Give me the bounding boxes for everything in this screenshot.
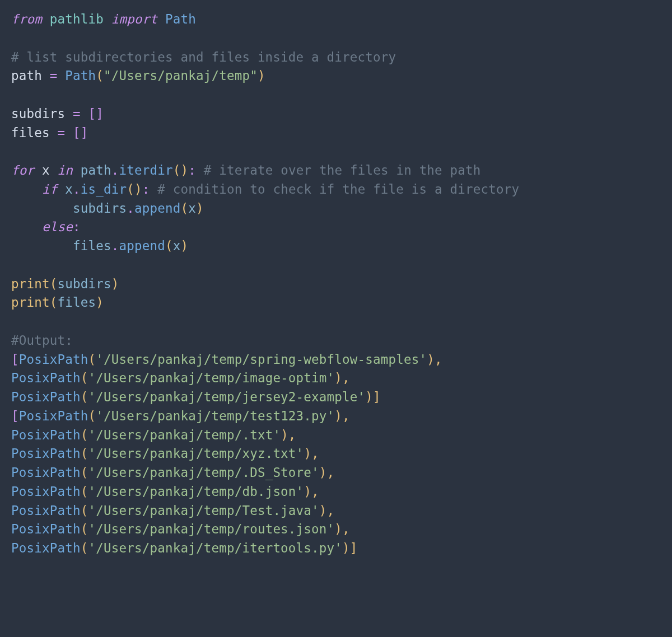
sep: ), [427, 352, 450, 367]
var-path-ref: path [81, 163, 111, 177]
posixpath: PosixPath [11, 446, 81, 461]
bracket-open: [ [11, 352, 19, 367]
paren-close: ) [96, 295, 104, 310]
var-path: path [11, 68, 42, 83]
dot: . [111, 238, 119, 253]
paren-open: ( [50, 277, 58, 291]
sep: ), [304, 446, 326, 461]
posixpath: PosixPath [11, 371, 81, 385]
fn-is-dir: is_dir [81, 182, 127, 196]
fn-append: append [134, 201, 180, 216]
sep: ), [304, 484, 326, 499]
paren-open: ( [180, 201, 188, 216]
end: )] [365, 390, 381, 404]
paren-open: ( [96, 68, 104, 83]
comment-cond: # condition to check if the file is a di… [157, 182, 519, 196]
paren-open: ( [88, 409, 96, 423]
var-x: x [42, 163, 50, 177]
op-eq: = [57, 125, 65, 140]
output-file-4: '/Users/pankaj/temp/db.json' [88, 484, 304, 499]
bracket-open: [ [11, 409, 19, 423]
output-file-2: '/Users/pankaj/temp/xyz.txt' [88, 446, 304, 461]
paren-open: ( [81, 484, 88, 499]
var-subdirs: subdirs [73, 201, 127, 216]
end: )] [342, 541, 358, 555]
posixpath: PosixPath [11, 503, 81, 518]
posixpath: PosixPath [19, 352, 88, 367]
fn-print: print [11, 295, 50, 310]
module-pathlib: pathlib [50, 12, 104, 26]
paren-close: ) [258, 68, 265, 83]
sep: ), [319, 465, 342, 480]
sep: ), [281, 428, 304, 442]
dot: . [73, 182, 81, 196]
posixpath: PosixPath [11, 390, 81, 404]
posixpath: PosixPath [11, 465, 81, 480]
paren-close: ) [111, 277, 119, 291]
keyword-in: in [58, 163, 73, 177]
output-file-1: '/Users/pankaj/temp/.txt' [88, 428, 281, 442]
fn-iterdir: iterdir [119, 163, 173, 177]
var-subdirs: subdirs [11, 106, 65, 121]
sep: ), [334, 522, 357, 536]
fn-append: append [119, 238, 165, 253]
comment-list: # list subdirectories and files inside a… [11, 50, 396, 64]
output-subdir-2: '/Users/pankaj/temp/jersey2-example' [88, 390, 365, 404]
arg-subdirs: subdirs [57, 277, 111, 291]
paren-open: ( [165, 238, 173, 253]
class-path-call: Path [65, 68, 96, 83]
paren-open: ( [81, 446, 88, 461]
output-file-7: '/Users/pankaj/temp/itertools.py' [88, 541, 342, 555]
paren-open: ( [81, 428, 88, 442]
keyword-else: else [42, 219, 73, 234]
paren-open: ( [81, 541, 88, 555]
var-files: files [11, 125, 50, 140]
arg-x: x [188, 201, 196, 216]
output-subdir-0: '/Users/pankaj/temp/spring-webflow-sampl… [96, 352, 427, 367]
output-subdir-1: '/Users/pankaj/temp/image-optim' [88, 371, 334, 385]
colon: : [142, 182, 150, 196]
output-file-0: '/Users/pankaj/temp/test123.py' [96, 409, 334, 423]
var-x: x [65, 182, 73, 196]
keyword-from: from [11, 12, 42, 26]
paren-close: ) [180, 238, 188, 253]
paren-open: ( [81, 503, 88, 518]
posixpath: PosixPath [19, 409, 88, 423]
keyword-import: import [111, 12, 157, 26]
empty-list: [] [73, 125, 88, 140]
class-path: Path [165, 12, 196, 26]
dot: . [127, 201, 134, 216]
parens: () [127, 182, 142, 196]
paren-open: ( [81, 465, 88, 480]
dot: . [111, 163, 119, 177]
keyword-for: for [11, 163, 34, 177]
posixpath: PosixPath [11, 522, 81, 536]
string-path: "/Users/pankaj/temp" [104, 68, 258, 83]
paren-close: ) [196, 201, 204, 216]
fn-print: print [11, 277, 50, 291]
arg-files: files [57, 295, 96, 310]
posixpath: PosixPath [11, 484, 81, 499]
op-eq: = [50, 68, 58, 83]
comment-iter: # iterate over the files in the path [204, 163, 481, 177]
paren-open: ( [81, 371, 88, 385]
op-eq: = [73, 106, 81, 121]
sep: ), [319, 503, 342, 518]
output-file-3: '/Users/pankaj/temp/.DS_Store' [88, 465, 319, 480]
paren-open: ( [88, 352, 96, 367]
keyword-if: if [42, 182, 58, 196]
empty-list: [] [88, 106, 104, 121]
colon: : [73, 219, 81, 234]
posixpath: PosixPath [11, 428, 81, 442]
arg-x: x [173, 238, 181, 253]
parens: () [173, 163, 189, 177]
var-files: files [73, 238, 111, 253]
paren-open: ( [81, 522, 88, 536]
output-file-5: '/Users/pankaj/temp/Test.java' [88, 503, 319, 518]
paren-open: ( [81, 390, 88, 404]
code-block: from pathlib import Path # list subdirec… [0, 0, 672, 568]
posixpath: PosixPath [11, 541, 81, 555]
sep: ), [334, 371, 357, 385]
colon: : [188, 163, 196, 177]
paren-open: ( [50, 295, 58, 310]
